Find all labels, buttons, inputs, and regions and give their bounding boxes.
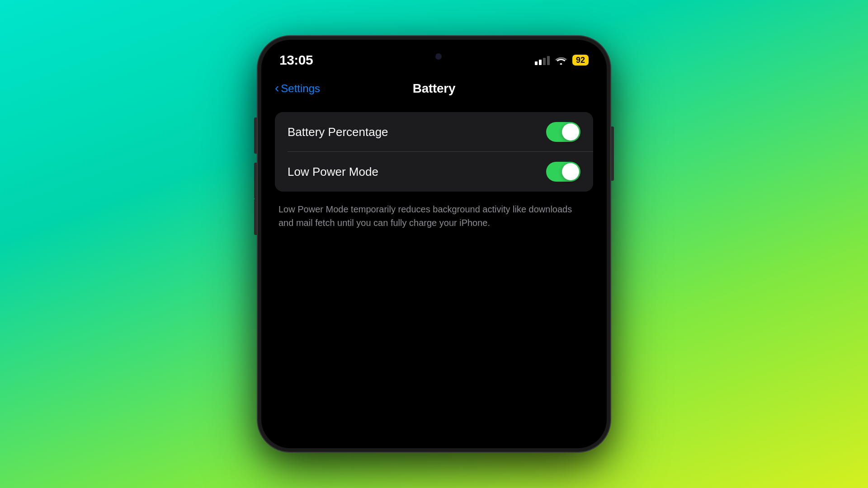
status-time: 13:05 bbox=[279, 52, 313, 68]
camera-dot bbox=[435, 53, 442, 60]
content-area: Battery Percentage Low Power Mode bbox=[261, 103, 607, 448]
signal-bars-icon bbox=[535, 55, 550, 65]
low-power-mode-label: Low Power Mode bbox=[288, 165, 378, 179]
low-power-mode-row: Low Power Mode bbox=[275, 152, 593, 192]
back-chevron-icon: ‹ bbox=[275, 82, 279, 94]
signal-bar-2 bbox=[539, 60, 542, 65]
battery-indicator: 92 bbox=[572, 55, 589, 66]
phone-frame: 13:05 bbox=[258, 36, 610, 452]
toggle-thumb-2 bbox=[562, 163, 579, 180]
status-right: 92 bbox=[535, 55, 589, 66]
battery-percentage-badge: 92 bbox=[572, 55, 589, 66]
battery-percentage-toggle[interactable] bbox=[546, 122, 580, 142]
page-title: Battery bbox=[413, 81, 455, 96]
battery-percentage-row: Battery Percentage bbox=[275, 112, 593, 152]
battery-percentage-label: Battery Percentage bbox=[288, 125, 388, 139]
signal-bar-3 bbox=[543, 58, 546, 65]
nav-header: ‹ Settings Battery bbox=[261, 72, 607, 103]
wifi-icon bbox=[555, 56, 567, 65]
settings-group: Battery Percentage Low Power Mode bbox=[275, 112, 593, 192]
dynamic-island bbox=[398, 47, 470, 66]
toggle-thumb bbox=[562, 123, 579, 141]
back-button[interactable]: ‹ Settings bbox=[275, 82, 320, 95]
low-power-mode-toggle[interactable] bbox=[546, 162, 580, 182]
phone-screen: 13:05 bbox=[261, 40, 607, 448]
signal-bar-4 bbox=[547, 56, 550, 65]
signal-bar-1 bbox=[535, 61, 538, 65]
phone-wrapper: 13:05 bbox=[258, 36, 610, 452]
back-label: Settings bbox=[281, 82, 320, 95]
low-power-mode-description: Low Power Mode temporarily reduces backg… bbox=[275, 197, 593, 230]
